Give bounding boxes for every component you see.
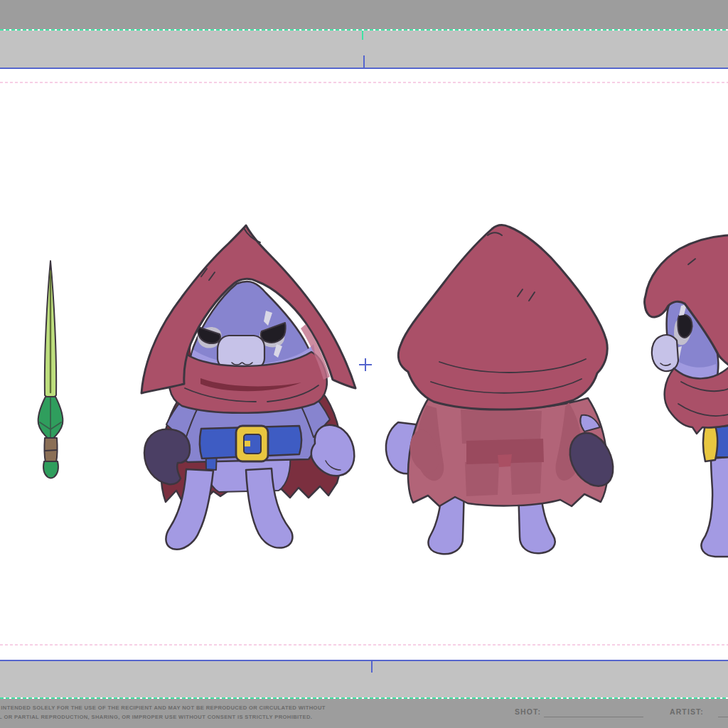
model-sheet: N INTENDED SOLELY FOR THE USE OF THE REC…: [0, 0, 728, 728]
front-snout: [218, 336, 264, 369]
top-blue-line: [0, 68, 728, 69]
back-cape-torso-shadow: [461, 410, 542, 444]
character-back-view: [380, 222, 622, 563]
sword-prop: [20, 255, 87, 483]
blue-tick-top: [363, 55, 365, 68]
footer-disclaimer: N INTENDED SOLELY FOR THE USE OF THE REC…: [0, 704, 393, 722]
artist-label: ARTIST:: [670, 707, 704, 716]
side-buckle: [703, 424, 717, 461]
top-dark-band: [0, 0, 728, 29]
bottom-light-band: [0, 661, 728, 697]
teal-tick-top: [362, 31, 363, 40]
front-buckle-tongue: [245, 441, 250, 446]
blue-tick-bottom: [371, 661, 373, 673]
artist-blank-line: [718, 708, 728, 717]
shot-blank-line: [544, 708, 643, 717]
bottom-pink-dashed-line: [0, 644, 728, 646]
sword-handle-wrap-line: [45, 450, 57, 451]
top-pink-dashed-line: [0, 82, 728, 83]
disclaimer-line-2: LL OR PARTIAL REPRODUCTION, SHARING, OR …: [0, 713, 393, 722]
back-cape-crotch-notch: [498, 454, 512, 467]
side-leg: [701, 457, 728, 557]
side-eye: [678, 314, 692, 337]
character-front-view: [132, 217, 366, 562]
shot-label: SHOT:: [515, 707, 541, 716]
character-side-view: [640, 231, 728, 565]
disclaimer-line-1: N INTENDED SOLELY FOR THE USE OF THE REC…: [0, 704, 393, 713]
sword-pommel: [43, 461, 58, 478]
